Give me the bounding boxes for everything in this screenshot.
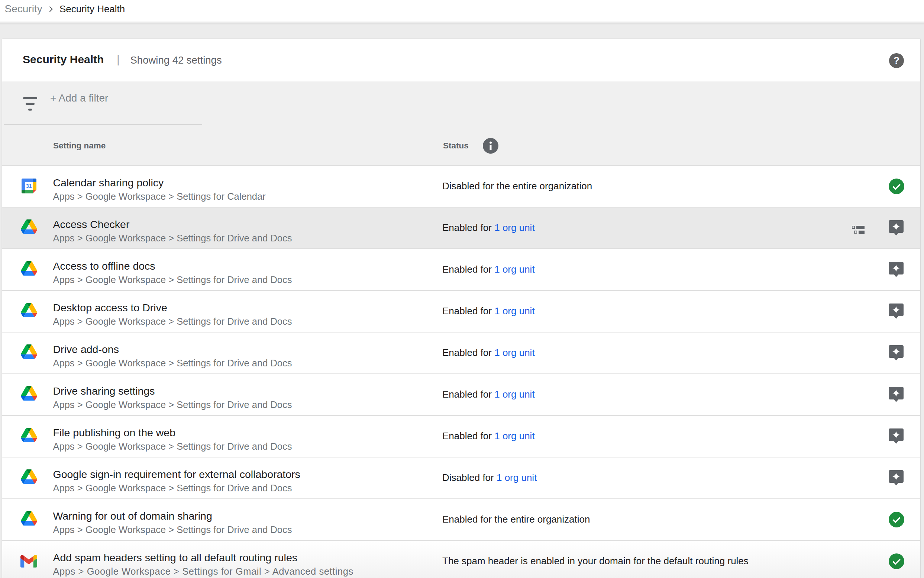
svg-text:?: ? <box>893 55 900 66</box>
svg-text:31: 31 <box>26 183 32 189</box>
